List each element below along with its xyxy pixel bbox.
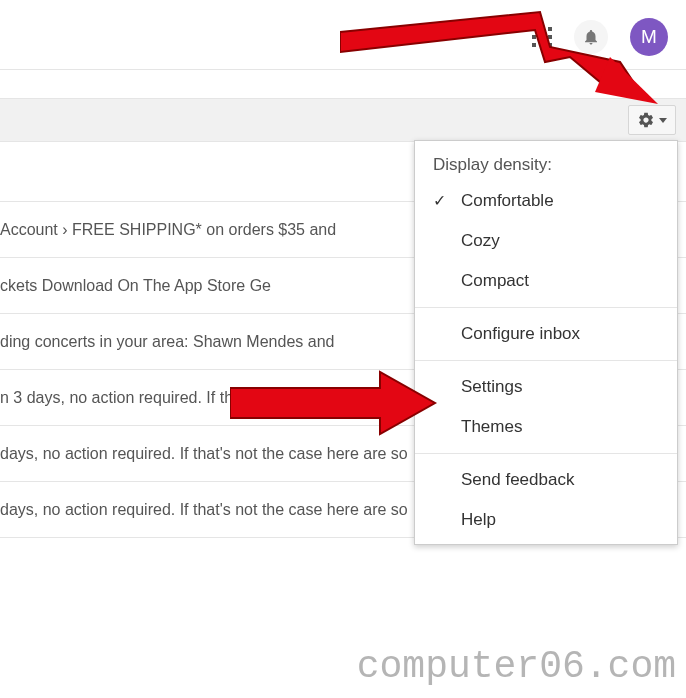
menu-item-compact[interactable]: Compact (415, 261, 677, 301)
menu-item-label: Settings (461, 377, 522, 396)
chevron-down-icon (659, 118, 667, 123)
email-snippet: Account › FREE SHIPPING* on orders $35 a… (0, 221, 336, 239)
menu-divider (415, 453, 677, 454)
toolbar (0, 98, 686, 142)
svg-rect-1 (540, 27, 544, 31)
svg-rect-0 (532, 27, 536, 31)
notifications-button[interactable] (574, 20, 608, 54)
menu-item-help[interactable]: Help (415, 500, 677, 540)
bell-icon (582, 28, 600, 46)
email-snippet: ckets Download On The App Store Ge (0, 277, 271, 295)
apps-grid-icon[interactable] (532, 27, 552, 47)
menu-item-themes[interactable]: Themes (415, 407, 677, 447)
svg-rect-6 (532, 43, 536, 47)
menu-item-label: Help (461, 510, 496, 529)
header-actions: M (532, 18, 668, 56)
settings-gear-button[interactable] (628, 105, 676, 135)
svg-rect-8 (548, 43, 552, 47)
menu-item-comfortable[interactable]: Comfortable (415, 181, 677, 221)
menu-item-label: Configure inbox (461, 324, 580, 343)
avatar-initial: M (641, 26, 657, 48)
menu-divider (415, 360, 677, 361)
header-bar: M (0, 0, 686, 70)
gear-icon (637, 111, 655, 129)
svg-rect-3 (532, 35, 536, 39)
menu-item-label: Compact (461, 271, 529, 290)
settings-menu: Display density: Comfortable Cozy Compac… (414, 140, 678, 545)
account-avatar[interactable]: M (630, 18, 668, 56)
email-snippet: n 3 days, no action required. If that's … (0, 389, 340, 407)
menu-item-cozy[interactable]: Cozy (415, 221, 677, 261)
menu-divider (415, 307, 677, 308)
email-snippet: ding concerts in your area: Shawn Mendes… (0, 333, 334, 351)
email-snippet: days, no action required. If that's not … (0, 445, 408, 463)
svg-rect-7 (540, 43, 544, 47)
menu-item-configure-inbox[interactable]: Configure inbox (415, 314, 677, 354)
menu-item-settings[interactable]: Settings (415, 367, 677, 407)
menu-item-label: Themes (461, 417, 522, 436)
menu-item-label: Send feedback (461, 470, 574, 489)
menu-item-label: Comfortable (461, 191, 554, 210)
menu-item-label: Cozy (461, 231, 500, 250)
svg-rect-4 (540, 35, 544, 39)
svg-rect-5 (548, 35, 552, 39)
menu-item-send-feedback[interactable]: Send feedback (415, 460, 677, 500)
svg-rect-2 (548, 27, 552, 31)
menu-section-label: Display density: (415, 141, 677, 181)
email-snippet: days, no action required. If that's not … (0, 501, 408, 519)
